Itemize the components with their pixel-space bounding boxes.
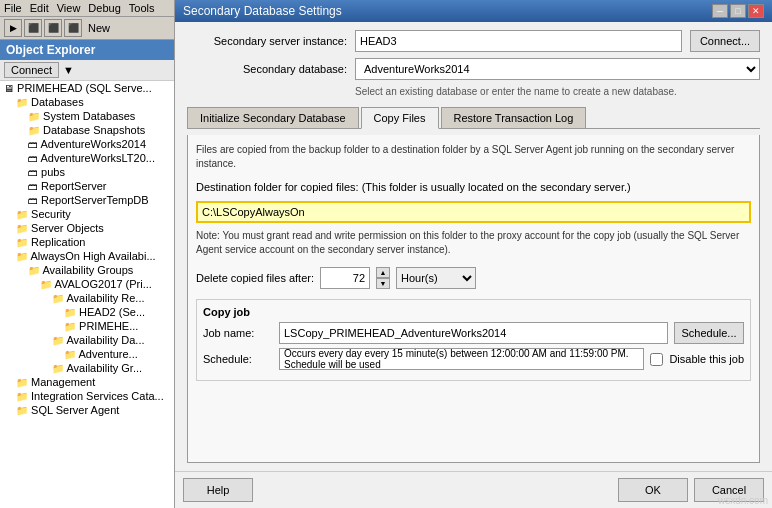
toolbar-new[interactable]: ▶ (4, 19, 22, 37)
titlebar-buttons[interactable]: ─ □ ✕ (712, 4, 764, 18)
tree-item[interactable]: 📁 Integration Services Cata... (0, 389, 174, 403)
copy-job-section: Copy job Job name: Schedule... Schedule:… (196, 299, 751, 381)
toolbar: ▶ ⬛ ⬛ ⬛ New (0, 17, 174, 40)
watermark: wsxdn.com (718, 495, 768, 506)
tree-item[interactable]: 📁 Adventure... (0, 347, 174, 361)
object-explorer-tree: 🖥 PRIMEHEAD (SQL Serve...📁 Databases📁 Sy… (0, 81, 174, 508)
copy-files-note: Files are copied from the backup folder … (196, 143, 751, 171)
tree-item[interactable]: 📁 Availability Da... (0, 333, 174, 347)
connect-button[interactable]: Connect (4, 62, 59, 78)
tab-restore-transaction-log[interactable]: Restore Transaction Log (441, 107, 587, 128)
schedule-row: Schedule: Occurs every day every 15 minu… (203, 348, 744, 370)
spinner-up[interactable]: ▲ (376, 267, 390, 278)
menu-edit[interactable]: Edit (30, 2, 49, 14)
tree-item[interactable]: 📁 HEAD2 (Se... (0, 305, 174, 319)
server-connect-button[interactable]: Connect... (690, 30, 760, 52)
schedule-text: Occurs every day every 15 minute(s) betw… (279, 348, 644, 370)
permission-note: Note: You must grant read and write perm… (196, 229, 751, 257)
new-label: New (88, 22, 110, 34)
tree-item[interactable]: 🗃 ReportServerTempDB (0, 193, 174, 207)
tree-item[interactable]: 📁 Availability Gr... (0, 361, 174, 375)
tree-item[interactable]: 📁 AlwaysOn High Availabi... (0, 249, 174, 263)
spinner-down[interactable]: ▼ (376, 278, 390, 289)
job-name-label: Job name: (203, 327, 273, 339)
secondary-db-select[interactable]: AdventureWorks2014 (355, 58, 760, 80)
minimize-button[interactable]: ─ (712, 4, 728, 18)
copy-job-title: Copy job (203, 306, 744, 318)
schedule-button[interactable]: Schedule... (674, 322, 744, 344)
server-instance-input[interactable] (355, 30, 682, 52)
tree-item[interactable]: 📁 System Databases (0, 109, 174, 123)
delete-label: Delete copied files after: (196, 272, 314, 284)
schedule-label: Schedule: (203, 353, 273, 365)
dialog-body: Secondary server instance: Connect... Se… (175, 22, 772, 471)
close-button[interactable]: ✕ (748, 4, 764, 18)
tree-item[interactable]: 📁 Management (0, 375, 174, 389)
explorer-header: Object Explorer (0, 40, 174, 60)
menu-view[interactable]: View (57, 2, 81, 14)
tree-item[interactable]: 🖥 PRIMEHEAD (SQL Serve... (0, 81, 174, 95)
tree-item[interactable]: 🗃 ReportServer (0, 179, 174, 193)
spinner[interactable]: ▲ ▼ (376, 267, 390, 289)
ok-button[interactable]: OK (618, 478, 688, 502)
tree-item[interactable]: 📁 Databases (0, 95, 174, 109)
toolbar-btn3[interactable]: ⬛ (44, 19, 62, 37)
toolbar-btn2[interactable]: ⬛ (24, 19, 42, 37)
tree-item[interactable]: 📁 SQL Server Agent (0, 403, 174, 417)
tree-item[interactable]: 📁 PRIMEHE... (0, 319, 174, 333)
tree-item[interactable]: 📁 Server Objects (0, 221, 174, 235)
secondary-db-row: Secondary database: AdventureWorks2014 (187, 58, 760, 80)
server-instance-row: Secondary server instance: Connect... (187, 30, 760, 52)
menu-debug[interactable]: Debug (88, 2, 120, 14)
schedule-value: Occurs every day every 15 minute(s) betw… (284, 348, 639, 370)
db-hint: Select an existing database or enter the… (355, 86, 760, 97)
connect-arrow[interactable]: ▼ (63, 64, 74, 76)
maximize-button[interactable]: □ (730, 4, 746, 18)
dialog-titlebar: Secondary Database Settings ─ □ ✕ (175, 0, 772, 22)
toolbar-btn4[interactable]: ⬛ (64, 19, 82, 37)
disable-job-label: Disable this job (669, 353, 744, 365)
menu-bar[interactable]: File Edit View Debug Tools (0, 0, 174, 17)
tree-item[interactable]: 📁 AVALOG2017 (Pri... (0, 277, 174, 291)
tree-item[interactable]: 🗃 AdventureWorksLT20... (0, 151, 174, 165)
delete-value-input[interactable] (320, 267, 370, 289)
dialog-title: Secondary Database Settings (183, 4, 342, 18)
tree-item[interactable]: 📁 Availability Re... (0, 291, 174, 305)
secondary-database-dialog: Secondary Database Settings ─ □ ✕ Second… (175, 0, 772, 508)
tab-content: Files are copied from the backup folder … (187, 135, 760, 463)
job-name-input[interactable] (279, 322, 668, 344)
delete-row: Delete copied files after: ▲ ▼ Hour(s)Da… (196, 267, 751, 289)
tree-item[interactable]: 📁 Database Snapshots (0, 123, 174, 137)
tree-item[interactable]: 🗃 AdventureWorks2014 (0, 137, 174, 151)
dialog-footer: Help OK Cancel (175, 471, 772, 508)
tab-copy-files[interactable]: Copy Files (361, 107, 439, 129)
help-button[interactable]: Help (183, 478, 253, 502)
menu-file[interactable]: File (4, 2, 22, 14)
disable-job-container: Disable this job (650, 353, 744, 366)
tree-item[interactable]: 🗃 pubs (0, 165, 174, 179)
tree-item[interactable]: 📁 Security (0, 207, 174, 221)
tab-initialize-secondary-database[interactable]: Initialize Secondary Database (187, 107, 359, 128)
menu-tools[interactable]: Tools (129, 2, 155, 14)
job-name-row: Job name: Schedule... (203, 322, 744, 344)
tree-item[interactable]: 📁 Replication (0, 235, 174, 249)
connect-bar[interactable]: Connect ▼ (0, 60, 174, 81)
server-instance-label: Secondary server instance: (187, 35, 347, 47)
disable-job-checkbox[interactable] (650, 353, 663, 366)
tree-item[interactable]: 📁 Availability Groups (0, 263, 174, 277)
explorer-title: Object Explorer (6, 43, 95, 57)
destination-input[interactable] (196, 201, 751, 223)
destination-label: Destination folder for copied files: (Th… (196, 181, 751, 193)
tab-bar[interactable]: Initialize Secondary DatabaseCopy FilesR… (187, 107, 760, 129)
secondary-db-label: Secondary database: (187, 63, 347, 75)
hours-select[interactable]: Hour(s)Day(s) (396, 267, 476, 289)
